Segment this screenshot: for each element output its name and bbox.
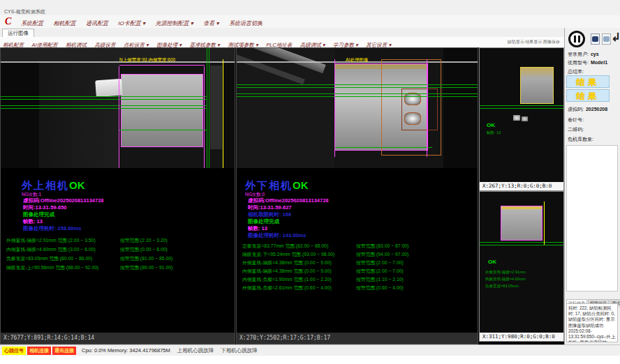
camera-name: 外下相机 (245, 179, 293, 191)
defect-blob (404, 93, 421, 105)
right-sidebar: ↲ 登录用户:cys 使用型号:Model1 总结果: 结果 结果 虚拟码:20… (564, 28, 620, 344)
measure-line-green (237, 93, 478, 94)
cell-block-mini (501, 206, 542, 241)
alarm-range: 报警范围:(89.00 ~ 91.00) (120, 264, 172, 271)
machine-edge (443, 48, 478, 168)
measure-value: 负极宽度=83.05mm 范围:(80.00 ~ 86.00) (6, 256, 92, 261)
barcode-value: 20250208 (586, 107, 607, 112)
left-pixel-coords: X:7677;Y:891;R:14;G:14;B:14 (1, 333, 235, 344)
measure-value: 内侧直线-隔膜=4.38mm 范围:(0.00 ~ 9.00) (242, 268, 332, 273)
measure-line-magenta (204, 66, 205, 168)
preview-bottom-coords: X:311;Y:980;R:0;G:0;B:0 (480, 333, 563, 341)
done-line: 图像处理完成 (248, 218, 279, 225)
result-box-2: 结果 (566, 89, 610, 102)
pause-icon (578, 36, 580, 43)
middle-pixel-coords: X:270;Y:2502;R:17;G:17;B:17 (237, 333, 478, 344)
measure-value: 外侧直线-负极=2.61mm 范围:(0.60 ~ 4.00) (242, 285, 332, 290)
camera-icon (603, 36, 610, 42)
measure-line-green (334, 147, 432, 148)
preview-panel-bottom[interactable]: OK 外侧直线-隔膜=2.91mm 内侧直线-隔膜=4.60mm 负极宽度=83… (479, 191, 564, 342)
measurement-row: 外侧直线-负极=2.61mm 范围:(0.60 ~ 4.00)报警范围:(0.6… (242, 285, 475, 293)
measure-value: 内侧直线-隔膜=4.60mm 范围:(3.00 ~ 6.00) (6, 247, 96, 252)
lower-camera-fault-text: 下相机心跳故障 (221, 347, 258, 354)
alarm-range: 报警范围:(94.00 ~ 97.00) (356, 251, 408, 258)
measurement-rows: 正极宽度=83.77mm 范围:(82.00 ~ 88.00)报警范围:(83.… (242, 243, 475, 293)
preview-note: 帧数: 13 (487, 130, 501, 135)
annotation-underline (119, 65, 205, 66)
preview-panel-top[interactable]: OK 帧数: 13 X:267;Y:13;R:0;G:0;B:0 (479, 47, 564, 191)
frames-line: 帧数: 13 (248, 225, 267, 232)
measure-value: 正极宽度=83.77mm 范围:(82.00 ~ 88.00) (242, 243, 328, 248)
measure-line-green (480, 242, 563, 243)
left-camera-panel: N上侧宽度:93 内侧宽度:600 外上相机OK NG次数:1 虚拟码:Offl… (0, 47, 235, 344)
measurement-row: 隔膜宽度-上=90.56mm 范围:(88.00 ~ 92.00)报警范围:(8… (6, 264, 232, 273)
result-list-box[interactable] (566, 145, 618, 291)
middle-camera-panel: AI处理图像 外下相机OK NG次数:0 虚拟码:Offline20250208… (236, 47, 478, 344)
grab-time-line: 相机取图耗时: 166 (248, 211, 291, 218)
alarm-range: 报警范围:(1.10 ~ 2.10) (356, 276, 404, 283)
measure-line-green (237, 84, 478, 85)
measure-vline-yellow (223, 59, 223, 168)
camera-view-button[interactable] (602, 33, 611, 45)
measure-value: 外侧直线-隔膜=2.91mm 范围:(2.00 ~ 3.50) (6, 238, 96, 243)
defect-blob-mini (513, 115, 520, 121)
pause-icon (574, 36, 576, 43)
measurement-row: 内侧直线-负极=1.90mm 范围:(1.00 ~ 2.20)报警范围:(1.1… (242, 276, 475, 285)
measure-vline-green (209, 48, 209, 168)
done-line: 图像处理完成 (23, 211, 54, 218)
defect-blob (404, 112, 421, 125)
info-tabs: 运行信息报警信息调试信息 (566, 295, 620, 303)
preview-ok-text: OK (487, 122, 495, 128)
barcode-row: 虚拟码:20250208 (568, 106, 607, 113)
heartbeat-badge: 心跳信号 (2, 347, 26, 355)
total-result-label: 总结果: (568, 68, 584, 75)
upper-camera-fault-text: 上相机心跳故障 (177, 347, 214, 354)
cell-gold-edge-mini (501, 206, 542, 209)
alarm-range: 报警范围:(81.00 ~ 85.00) (120, 255, 172, 262)
machine-edge (224, 48, 235, 168)
measure-value: 内侧直线-负极=1.90mm 范围:(1.00 ~ 2.20) (242, 277, 332, 282)
measurement-row: 内侧直线-隔膜=4.38mm 范围:(0.00 ~ 9.00)报警范围:(2.0… (242, 268, 475, 276)
measure-value: 隔膜宽度-上=90.56mm 范围:(88.00 ~ 92.00) (6, 265, 98, 270)
measure-vline-yellow (544, 202, 545, 245)
measure-line-green (119, 130, 207, 130)
alarm-range: 报警范围:(83.00 ~ 87.00) (356, 243, 408, 250)
measure-line-green (480, 245, 563, 245)
login-user-label: 登录用户: (568, 52, 589, 56)
time-line: 时间:13-31-59-650 (23, 204, 67, 211)
frames-line: 帧数: 13 (23, 218, 43, 225)
alarm-range: 报警范围:(2.00 ~ 7.00) (356, 259, 404, 266)
measurement-row: 负极宽度=83.05mm 范围:(80.00 ~ 86.00)报警范围:(81.… (6, 255, 232, 264)
camera-capture-button[interactable] (591, 33, 600, 45)
machine-top-band (1, 48, 235, 61)
measure-line-green (1, 99, 207, 100)
model-label: 使用型号: (568, 60, 589, 65)
menu-bar: C 系统配置 相机配置 通讯配置 IO卡配置 ▾ 光源控制配置 ▾ 查看 ▾ 系… (0, 15, 620, 28)
measure-line-green (480, 108, 563, 109)
measure-line-magenta (334, 59, 335, 157)
left-camera-image[interactable]: N上侧宽度:93 内侧宽度:600 (1, 48, 235, 168)
return-button[interactable]: ↲ (611, 29, 620, 47)
left-camera-title: 外上相机OK (22, 179, 85, 192)
tab-strip: 运行图像 (0, 28, 564, 38)
pause-button[interactable] (568, 31, 585, 47)
machine-rail (210, 66, 222, 149)
defect-blob-mini (522, 116, 528, 121)
measurement-row: 外侧直线-隔膜=4.38mm 范围:(0.00 ~ 9.00)报警范围:(2.0… (242, 259, 475, 268)
cell-block-mini (520, 67, 554, 104)
middle-camera-title: 外下相机OK (245, 179, 309, 192)
camera-connect-badge: 相机连接 (27, 347, 51, 355)
alarm-range: 报警范围:(2.20 ~ 3.20) (120, 237, 168, 244)
measure-value: 外侧直线-隔膜=4.38mm 范围:(0.00 ~ 9.00) (242, 260, 332, 265)
elapsed-line: 图像处理耗时: 258.00ms (23, 225, 81, 232)
preview-measure-row: 负极宽度=83.05mm (485, 284, 519, 289)
measurement-row: 内侧直线-隔膜=4.60mm 范围:(3.00 ~ 6.00)报警范围:(0.0… (6, 246, 232, 255)
run-log-text[interactable]: 耗时: 222, 缺陷检测耗时: 17, 缺陷分类耗时: 0, 缺陷提取分区耗时… (566, 303, 618, 342)
cpu-memory-text: Cpu: 0.0% Memory: 3424.41796875M (82, 347, 170, 354)
window-title: CYS-视觉检测系统 (4, 8, 45, 15)
sub-toolbar: 相机配置 AI使用配置 相机调试 高级设置 点检设置 ▾ 图像处理 ▾ 基准线参… (0, 37, 564, 48)
measure-line-green (1, 108, 207, 109)
title-bar: CYS-视觉检测系统 (0, 0, 620, 16)
measurement-rows: 外侧直线-隔膜=2.91mm 范围:(2.00 ~ 3.50)报警范围:(2.2… (6, 237, 232, 273)
middle-camera-image[interactable]: AI处理图像 (237, 48, 478, 168)
